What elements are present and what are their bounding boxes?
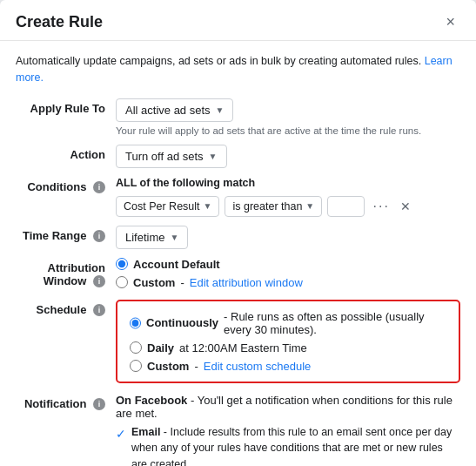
condition-type-dropdown[interactable]: Cost Per Result ▼ xyxy=(116,196,219,217)
action-dropdown[interactable]: Turn off ad sets ▼ xyxy=(116,145,227,168)
apply-rule-to-arrow-icon: ▼ xyxy=(216,105,225,115)
schedule-box: Continuously - Rule runs as often as pos… xyxy=(116,300,460,383)
time-range-arrow-icon: ▼ xyxy=(171,233,179,242)
schedule-daily-row: Daily at 12:00AM Eastern Time xyxy=(130,341,446,355)
apply-rule-to-dropdown[interactable]: All active ad sets ▼ xyxy=(116,98,233,122)
attribution-window-label: Attribution Window i xyxy=(16,258,116,288)
action-arrow-icon: ▼ xyxy=(209,152,218,161)
schedule-row: Schedule i Continuously - Rule runs as o… xyxy=(16,300,460,385)
modal-header: Create Rule × xyxy=(0,0,476,41)
attribution-custom-row: Custom - Edit attribution window xyxy=(116,276,460,289)
apply-rule-to-row: Apply Rule To All active ad sets ▼ Your … xyxy=(16,98,460,136)
action-row: Action Turn off ad sets ▼ xyxy=(16,145,460,168)
attribution-custom-label: Custom xyxy=(133,276,175,289)
schedule-continuously-desc: - Rule runs as often as possible (usuall… xyxy=(224,310,446,336)
attribution-account-default-label: Account Default xyxy=(133,258,220,271)
condition-value-input[interactable] xyxy=(327,196,364,217)
action-content: Turn off ad sets ▼ xyxy=(116,145,460,168)
apply-rule-to-subdesc: Your rule will apply to ad sets that are… xyxy=(116,125,460,136)
attribution-edit-link[interactable]: Edit attribution window xyxy=(190,276,303,289)
schedule-continuously-label: Continuously xyxy=(146,316,218,329)
conditions-info-icon[interactable]: i xyxy=(93,181,105,193)
description: Automatically update campaigns, ad sets … xyxy=(16,53,460,86)
attribution-account-default-radio[interactable] xyxy=(116,258,128,270)
schedule-label: Schedule i xyxy=(16,300,116,317)
conditions-label: Conditions i xyxy=(16,177,116,194)
attribution-custom-radio[interactable] xyxy=(116,276,128,288)
conditions-content: ALL of the following match Cost Per Resu… xyxy=(116,177,460,217)
time-range-content: Lifetime ▼ xyxy=(116,226,460,249)
schedule-daily-radio[interactable] xyxy=(130,341,142,354)
schedule-continuously-row: Continuously - Rule runs as often as pos… xyxy=(130,310,446,336)
conditions-match-text: ALL of the following match xyxy=(116,177,460,189)
email-checkmark-icon: ✓ xyxy=(116,425,126,443)
notification-content: On Facebook - You'll get a notification … xyxy=(116,394,460,467)
notification-facebook: On Facebook - You'll get a notification … xyxy=(116,394,460,420)
attribution-window-row: Attribution Window i Account Default Cus… xyxy=(16,258,460,291)
time-range-label: Time Range i xyxy=(16,226,116,243)
time-range-info-icon[interactable]: i xyxy=(93,230,105,242)
condition-remove-button[interactable]: ✕ xyxy=(399,199,412,213)
schedule-custom-row: Custom - Edit custom schedule xyxy=(130,360,446,373)
attribution-window-info-icon[interactable]: i xyxy=(93,275,105,287)
schedule-daily-label: Daily xyxy=(147,341,174,355)
schedule-custom-label: Custom xyxy=(147,360,189,373)
attribution-window-content: Account Default Custom - Edit attributio… xyxy=(116,258,460,289)
time-range-row: Time Range i Lifetime ▼ xyxy=(16,226,460,249)
action-label: Action xyxy=(16,145,116,161)
notification-info-icon[interactable]: i xyxy=(93,398,105,410)
modal-title: Create Rule xyxy=(16,13,103,31)
schedule-custom-radio[interactable] xyxy=(130,360,142,372)
schedule-continuously-radio[interactable] xyxy=(130,317,141,329)
condition-operator-dropdown[interactable]: is greater than ▼ xyxy=(225,196,322,217)
attribution-account-default-row: Account Default xyxy=(116,258,460,271)
condition-more-button[interactable]: ··· xyxy=(370,197,393,216)
condition-type-arrow-icon: ▼ xyxy=(204,201,212,211)
conditions-row: Conditions i ALL of the following match … xyxy=(16,177,460,217)
apply-rule-to-content: All active ad sets ▼ Your rule will appl… xyxy=(116,98,460,136)
close-button[interactable]: × xyxy=(440,12,460,31)
condition-operator-arrow-icon: ▼ xyxy=(305,201,314,211)
schedule-edit-link[interactable]: Edit custom schedule xyxy=(204,360,312,373)
notification-row: Notification i On Facebook - You'll get … xyxy=(16,394,460,467)
time-range-dropdown[interactable]: Lifetime ▼ xyxy=(116,226,188,249)
notification-email: ✓ Email - Include results from this rule… xyxy=(116,424,460,467)
apply-rule-to-label: Apply Rule To xyxy=(16,98,116,115)
conditions-inputs: Cost Per Result ▼ is greater than ▼ ··· … xyxy=(116,196,460,217)
schedule-info-icon[interactable]: i xyxy=(93,304,105,316)
modal-body: Automatically update campaigns, ad sets … xyxy=(0,41,476,466)
schedule-content: Continuously - Rule runs as often as pos… xyxy=(116,300,460,385)
notification-label: Notification i xyxy=(16,394,116,411)
create-rule-modal: Create Rule × Automatically update campa… xyxy=(0,0,476,466)
description-text: Automatically update campaigns, ad sets … xyxy=(16,55,421,67)
schedule-daily-desc: at 12:00AM Eastern Time xyxy=(179,341,307,355)
